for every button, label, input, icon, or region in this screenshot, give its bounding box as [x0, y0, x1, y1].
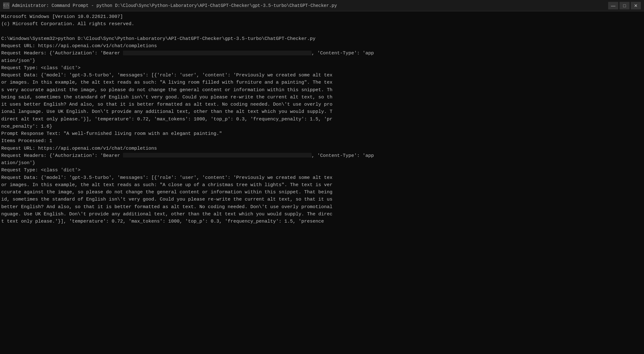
- console-line-16: Prompt Response Text: "A well-furnished …: [1, 130, 643, 137]
- console-line-18: Request URL: https://api.openai.com/v1/c…: [1, 145, 643, 152]
- minimize-button[interactable]: —: [608, 2, 618, 9]
- title-bar: C:\ Administrator: Command Prompt - pyth…: [0, 0, 644, 11]
- console-line-10: s very accurate against the image, so pl…: [1, 86, 643, 94]
- title-bar-left: C:\ Administrator: Command Prompt - pyth…: [3, 3, 337, 9]
- console-line-23: or images. In this example, the alt text…: [1, 181, 643, 189]
- redacted-token-2: [123, 153, 312, 158]
- console-blank-1: [1, 28, 643, 35]
- console-line-20: ation/json'}: [1, 159, 643, 167]
- console-line-8: Request Data: {'model': 'gpt-3.5-turbo',…: [1, 72, 643, 79]
- console-line-17: Items Processed: 1: [1, 137, 643, 145]
- console-line-6: ation/json'}: [1, 57, 643, 64]
- redacted-token-1: [123, 51, 312, 55]
- cmd-window: C:\ Administrator: Command Prompt - pyth…: [0, 0, 644, 354]
- console-line-19: Request Headers: {'Authorization': 'Bear…: [1, 152, 643, 159]
- console-line-26: better English? And also, so that it is …: [1, 203, 643, 211]
- console-line-4: Request URL: https://api.openai.com/v1/c…: [1, 42, 643, 50]
- console-line-24: ccurate against the image, so please do …: [1, 189, 643, 196]
- console-output: Microsoft Windows [Version 10.0.22621.30…: [0, 11, 644, 354]
- console-line-15: nce_penalty': 1.6}: [1, 123, 643, 130]
- console-line-14: direct alt text only please.'}], 'temper…: [1, 116, 643, 123]
- cmd-icon: C:\: [3, 3, 9, 9]
- console-line-21: Request Type: <class 'dict'>: [1, 167, 643, 174]
- console-line-9: or images. In this example, the alt text…: [1, 79, 643, 86]
- title-bar-text: Administrator: Command Prompt - python D…: [12, 3, 337, 8]
- console-line-25: id, sometimes the standard of English is…: [1, 196, 643, 203]
- console-line-11: being said, sometimes the standard of En…: [1, 94, 643, 101]
- console-line-13: ional language. Use UK English. Don\'t p…: [1, 108, 643, 115]
- console-line-3: C:\Windows\System32>python D:\Cloud\Sync…: [1, 35, 643, 42]
- console-line-12: it uses better English? And also, so tha…: [1, 101, 643, 108]
- console-line-28: t text only please.'}], 'temperature': 0…: [1, 218, 643, 225]
- console-line-7: Request Type: <class 'dict'>: [1, 64, 643, 72]
- maximize-button[interactable]: □: [619, 2, 630, 9]
- console-line-0: Microsoft Windows [Version 10.0.22621.30…: [1, 13, 643, 20]
- console-line-27: nguage. Use UK English. Don\'t provide a…: [1, 211, 643, 218]
- window-controls[interactable]: — □ ✕: [608, 2, 641, 9]
- close-button[interactable]: ✕: [631, 2, 641, 9]
- console-line-1: (c) Microsoft Corporation. All rights re…: [1, 20, 643, 28]
- console-line-5: Request Headers: {'Authorization': 'Bear…: [1, 50, 643, 57]
- console-line-22: Request Data: {'model': 'gpt-3.5-turbo',…: [1, 174, 643, 181]
